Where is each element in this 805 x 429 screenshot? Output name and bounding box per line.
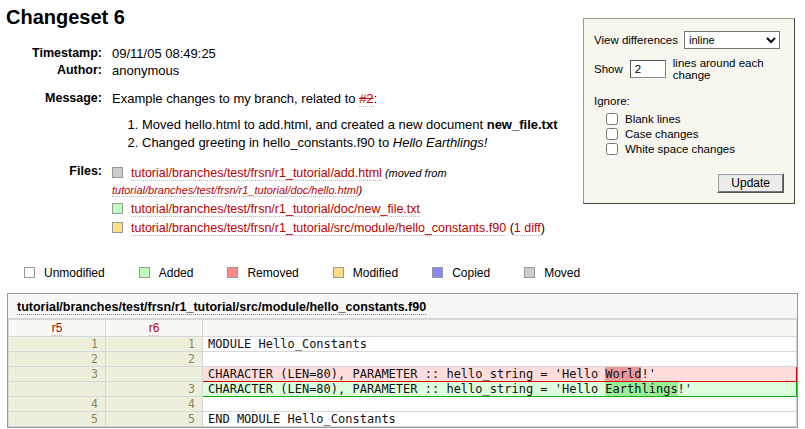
diff-options-panel: View differences inline Show lines aroun… — [583, 18, 795, 204]
case-changes-checkbox[interactable] — [606, 128, 618, 140]
legend-item: Unmodified — [24, 266, 105, 280]
moved-from-text: (moved from — [382, 167, 447, 179]
message-colon: : — [374, 91, 378, 106]
diff-row: 3CHARACTER (LEN=80), PARAMETER :: hello_… — [9, 367, 797, 382]
moved-from-link[interactable]: tutorial/branches/test/frsn/r1_tutorial/… — [112, 184, 358, 197]
files-row: Files: tutorial/branches/test/frsn/r1_tu… — [28, 163, 564, 239]
checkbox-label: Case changes — [625, 128, 699, 140]
message-list: Moved hello.html to add.html, and create… — [128, 115, 564, 151]
view-differences-label: View differences — [594, 34, 678, 46]
plain-text: ) — [541, 221, 545, 235]
code-line — [203, 397, 797, 412]
legend-item: Removed — [227, 266, 298, 280]
old-revision-link[interactable]: r5 — [52, 321, 63, 336]
bold-text: new_file.txt — [487, 117, 558, 132]
diff-table: r5 r6 11MODULE Hello_Constants22 3CHARAC… — [8, 319, 797, 427]
legend-label: Removed — [247, 266, 298, 280]
file-path-link[interactable]: tutorial/branches/test/frsn/r1_tutorial/… — [131, 202, 420, 217]
show-label: Show — [594, 63, 623, 75]
legend-item: Modified — [333, 266, 398, 280]
moved-chip — [112, 167, 123, 178]
legend-moved-chip — [524, 267, 535, 278]
timestamp-value: 09/11/05 08:49:25 — [112, 45, 564, 62]
changeset-page: Changeset 6 View differences inline Show… — [0, 0, 805, 428]
diff-row: 3CHARACTER (LEN=80), PARAMETER :: hello_… — [9, 382, 797, 397]
new-line-number: 3 — [106, 382, 203, 397]
changed-token: World — [605, 367, 641, 381]
checkbox-label: White space changes — [625, 143, 735, 155]
ignore-option: Case changes — [606, 128, 784, 140]
files-label: Files: — [28, 163, 112, 239]
diff-file-header: tutorial/branches/test/frsn/r1_tutorial/… — [8, 294, 797, 319]
message-row: Message: Example changes to my branch, r… — [28, 90, 564, 152]
legend-item: Added — [139, 266, 194, 280]
ignore-options-list: Blank linesCase changesWhite space chang… — [606, 113, 784, 155]
legend-item: Moved — [524, 266, 580, 280]
code-line: CHARACTER (LEN=80), PARAMETER :: hello_s… — [203, 382, 797, 397]
diff-row: 55END MODULE Hello_Constants — [9, 412, 797, 427]
timestamp-label: Timestamp: — [28, 45, 112, 62]
author-value: anonymous — [112, 62, 564, 79]
author-label: Author: — [28, 62, 112, 79]
diff-block: tutorial/branches/test/frsn/r1_tutorial/… — [7, 293, 798, 428]
context-lines-input[interactable] — [630, 60, 666, 78]
checkbox-label: Blank lines — [625, 113, 681, 125]
diff-header-spacer — [203, 320, 797, 337]
legend-label: Modified — [353, 266, 398, 280]
code-line: CHARACTER (LEN=80), PARAMETER :: hello_s… — [203, 367, 797, 382]
legend-label: Copied — [452, 266, 490, 280]
legend-unmodified-chip — [24, 267, 35, 278]
changed-token: Earthlings — [605, 382, 677, 396]
diff-file-link[interactable]: tutorial/branches/test/frsn/r1_tutorial/… — [17, 300, 426, 315]
old-line-number — [9, 382, 106, 397]
update-button[interactable]: Update — [717, 173, 784, 193]
diff-legend: UnmodifiedAddedRemovedModifiedCopiedMove… — [24, 266, 799, 280]
added-chip — [112, 203, 123, 214]
new-revision-header: r6 — [106, 320, 203, 337]
blank-lines-checkbox[interactable] — [606, 113, 618, 125]
code-line: MODULE Hello_Constants — [203, 337, 797, 352]
context-lines-suffix: lines around each change — [673, 57, 784, 81]
message-label: Message: — [28, 90, 112, 152]
diff-revisions-row: r5 r6 — [9, 320, 797, 337]
message-intro: Example changes to my branch, related to — [112, 91, 359, 106]
context-lines-row: Show lines around each change — [594, 57, 784, 81]
view-differences-select[interactable]: inline — [684, 31, 780, 49]
diff-row: 11MODULE Hello_Constants — [9, 337, 797, 352]
ignore-label: Ignore: — [594, 95, 784, 107]
ignore-option: Blank lines — [606, 113, 784, 125]
legend-modified-chip — [333, 267, 344, 278]
legend-removed-chip — [227, 267, 238, 278]
file-entry: tutorial/branches/test/frsn/r1_tutorial/… — [112, 219, 564, 238]
message-list-item: Moved hello.html to add.html, and create… — [142, 115, 564, 133]
legend-added-chip — [139, 267, 150, 278]
new-line-number — [106, 367, 203, 382]
legend-item: Copied — [432, 266, 490, 280]
legend-label: Unmodified — [44, 266, 105, 280]
new-line-number: 1 — [106, 337, 203, 352]
diff-count-link[interactable]: 1 diff — [514, 221, 541, 236]
italic-text: Hello Earthlings! — [393, 135, 488, 150]
white-space-changes-checkbox[interactable] — [606, 143, 618, 155]
update-row: Update — [594, 173, 784, 193]
old-line-number: 1 — [9, 337, 106, 352]
diff-row: 44 — [9, 397, 797, 412]
plain-text: Moved hello.html to add.html, and create… — [142, 117, 487, 132]
old-line-number: 2 — [9, 352, 106, 367]
diff-row: 22 — [9, 352, 797, 367]
message-list-item: Changed greeting in hello_constants.f90 … — [142, 133, 564, 151]
files-list: tutorial/branches/test/frsn/r1_tutorial/… — [112, 164, 564, 238]
code-line: END MODULE Hello_Constants — [203, 412, 797, 427]
moved-from-text: ) — [358, 184, 362, 196]
new-revision-link[interactable]: r6 — [149, 321, 160, 336]
message-value: Example changes to my branch, related to… — [112, 90, 564, 152]
ignore-option: White space changes — [606, 143, 784, 155]
file-path-link[interactable]: tutorial/branches/test/frsn/r1_tutorial/… — [131, 166, 382, 181]
ticket-link[interactable]: #2 — [359, 91, 373, 107]
changeset-metadata: Timestamp: 09/11/05 08:49:25 Author: ano… — [28, 45, 564, 239]
old-revision-header: r5 — [9, 320, 106, 337]
old-line-number: 5 — [9, 412, 106, 427]
new-line-number: 5 — [106, 412, 203, 427]
file-path-link[interactable]: tutorial/branches/test/frsn/r1_tutorial/… — [131, 221, 506, 236]
plain-text: Changed greeting in hello_constants.f90 … — [142, 135, 393, 150]
